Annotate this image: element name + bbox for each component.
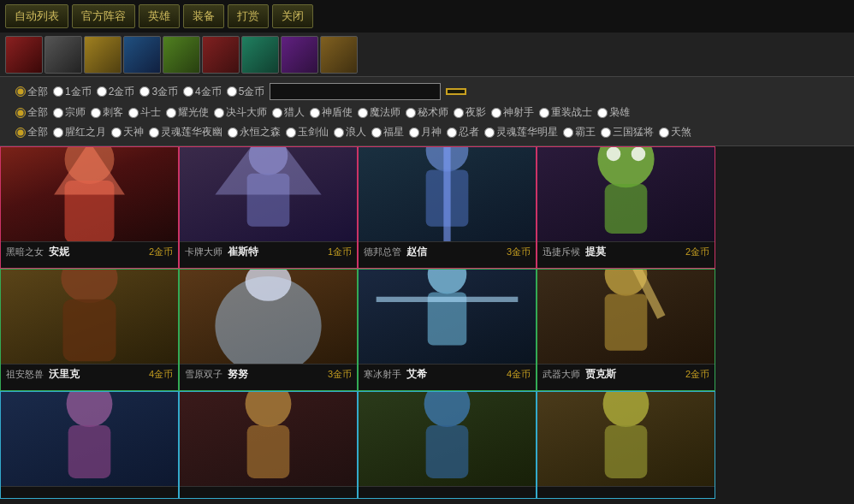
top-icon-5[interactable]: [202, 36, 240, 74]
svg-point-13: [61, 270, 117, 302]
cost-radio-4[interactable]: [183, 86, 193, 97]
champion-footer: 寒冰射手 艾希 4金币: [359, 364, 536, 384]
champion-card[interactable]: 黑暗之女 安妮 2金币: [0, 146, 179, 269]
champion-title: 雪原双子: [185, 368, 222, 381]
class-option-9[interactable]: 秘术师: [406, 105, 448, 120]
champion-image: [537, 270, 715, 364]
bond-option-12[interactable]: 三国猛将: [601, 125, 654, 139]
class-option-7[interactable]: 神盾使: [310, 105, 353, 120]
bond-option-7[interactable]: 福星: [371, 125, 404, 139]
champion-card[interactable]: 德邦总管 赵信 3金币: [358, 146, 537, 269]
cost-radio-5[interactable]: [227, 86, 237, 97]
champion-card[interactable]: 雪原双子 努努 3金币: [179, 269, 358, 391]
cost-radio-3[interactable]: [139, 86, 150, 97]
bond-option-all[interactable]: 全部: [15, 125, 48, 139]
cost-option-2[interactable]: 2金币: [97, 85, 135, 99]
search-input[interactable]: [270, 83, 441, 100]
champion-footer: 雪原双子 努努 3金币: [180, 364, 357, 384]
cost-radio-1[interactable]: [53, 86, 63, 97]
class-option-2[interactable]: 刺客: [91, 105, 123, 120]
class-option-8[interactable]: 魔法师: [358, 105, 400, 120]
champion-card[interactable]: 卡牌大师 崔斯特 1金币: [179, 146, 358, 269]
top-icon-4[interactable]: [163, 36, 200, 74]
cost-option-3[interactable]: 3金币: [139, 85, 178, 99]
champion-image: [180, 270, 357, 364]
champion-image: [537, 147, 715, 241]
champion-title: 武器大师: [543, 368, 580, 381]
champion-names: 黑暗之女 安妮: [6, 245, 69, 259]
bond-option-9[interactable]: 忍者: [447, 125, 479, 139]
champion-card[interactable]: [358, 391, 537, 499]
bond-option-4[interactable]: 永恒之森: [228, 125, 281, 139]
champion-card[interactable]: [537, 391, 715, 499]
champion-names: 卡牌大师 崔斯特: [185, 245, 258, 259]
nav-btn-自动列表[interactable]: 自动列表: [5, 4, 68, 28]
nav-bar: 自动列表官方阵容英雄装备打赏关闭: [0, 0, 854, 33]
champion-name: 贾克斯: [585, 367, 616, 382]
champion-card[interactable]: 武器大师 贾克斯 2金币: [537, 269, 715, 391]
class-option-6[interactable]: 猎人: [272, 105, 305, 120]
nav-btn-关闭[interactable]: 关闭: [272, 4, 313, 28]
cost-radio-2[interactable]: [97, 86, 107, 97]
cost-option-all-label: 全部: [27, 85, 48, 99]
class-option-all[interactable]: 全部: [15, 105, 48, 120]
top-icon-0[interactable]: [5, 36, 43, 74]
top-icon-2[interactable]: [84, 36, 122, 74]
cost-option-5[interactable]: 5金币: [227, 85, 265, 99]
class-option-5[interactable]: 决斗大师: [214, 105, 267, 120]
champion-title: 卡牌大师: [185, 246, 222, 258]
cost-option-4[interactable]: 4金币: [183, 85, 222, 99]
champion-card[interactable]: 寒冰射手 艾希 4金币: [358, 269, 537, 391]
cost-option-4-label: 4金币: [195, 85, 222, 99]
champion-footer: [180, 486, 357, 492]
class-option-1[interactable]: 宗师: [53, 105, 86, 120]
nav-btn-官方阵容[interactable]: 官方阵容: [72, 4, 135, 28]
champion-name: 崔斯特: [228, 245, 258, 259]
bond-option-11[interactable]: 霸王: [563, 125, 596, 139]
champion-image: [1, 392, 178, 486]
class-option-10[interactable]: 夜影: [454, 105, 486, 120]
champion-card[interactable]: 祖安怒兽 沃里克 4金币: [0, 269, 179, 391]
champion-cost: 4金币: [149, 368, 173, 381]
champion-names: 寒冰射手 艾希: [364, 367, 427, 382]
cost-option-1[interactable]: 1金币: [53, 85, 92, 99]
top-icon-1[interactable]: [44, 36, 82, 74]
class-option-11[interactable]: 神射手: [491, 105, 534, 120]
champion-names: 祖安怒兽 沃里克: [6, 367, 80, 382]
cost-radio-all[interactable]: [15, 86, 26, 97]
search-button[interactable]: [446, 88, 466, 95]
bond-filter-row: 全部 腥红之月 天神 灵魂莲华夜幽 永恒之森 玉剑仙 浪人 福星 月神 忍者 灵…: [7, 122, 847, 142]
class-option-12[interactable]: 重装战士: [539, 105, 592, 120]
champion-card[interactable]: 迅捷斥候 提莫 2金币: [537, 146, 715, 269]
champion-image: [180, 392, 357, 486]
top-icon-6[interactable]: [241, 36, 279, 74]
nav-btn-打赏[interactable]: 打赏: [228, 4, 269, 28]
bond-option-8[interactable]: 月神: [409, 125, 442, 139]
champion-card[interactable]: [0, 391, 179, 499]
champion-footer: [1, 486, 178, 492]
bond-option-6[interactable]: 浪人: [334, 125, 366, 139]
bond-option-5[interactable]: 玉剑仙: [286, 125, 329, 139]
top-icon-7[interactable]: [281, 36, 318, 74]
nav-btn-装备[interactable]: 装备: [183, 4, 224, 28]
svg-point-18: [428, 270, 467, 294]
class-option-3[interactable]: 斗士: [128, 105, 161, 120]
top-icon-3[interactable]: [123, 36, 161, 74]
bond-option-13[interactable]: 天煞: [659, 125, 691, 139]
bond-option-2[interactable]: 天神: [111, 125, 144, 139]
bond-option-3[interactable]: 灵魂莲华夜幽: [149, 125, 222, 139]
bond-option-10[interactable]: 灵魂莲华明星: [484, 125, 558, 139]
champion-cost: 2金币: [149, 246, 173, 258]
champion-image: [359, 392, 536, 486]
top-icon-8[interactable]: [320, 36, 358, 74]
champion-footer: [537, 486, 715, 492]
cost-option-all[interactable]: 全部: [15, 85, 48, 99]
class-option-13[interactable]: 枭雄: [597, 105, 630, 120]
champion-card[interactable]: [179, 391, 358, 499]
nav-btn-英雄[interactable]: 英雄: [139, 4, 180, 28]
champion-image: [1, 147, 178, 241]
champion-name: 沃里克: [49, 367, 80, 382]
bond-option-1[interactable]: 腥红之月: [53, 125, 106, 139]
class-option-4[interactable]: 耀光使: [166, 105, 209, 120]
champion-footer: 祖安怒兽 沃里克 4金币: [1, 364, 178, 384]
